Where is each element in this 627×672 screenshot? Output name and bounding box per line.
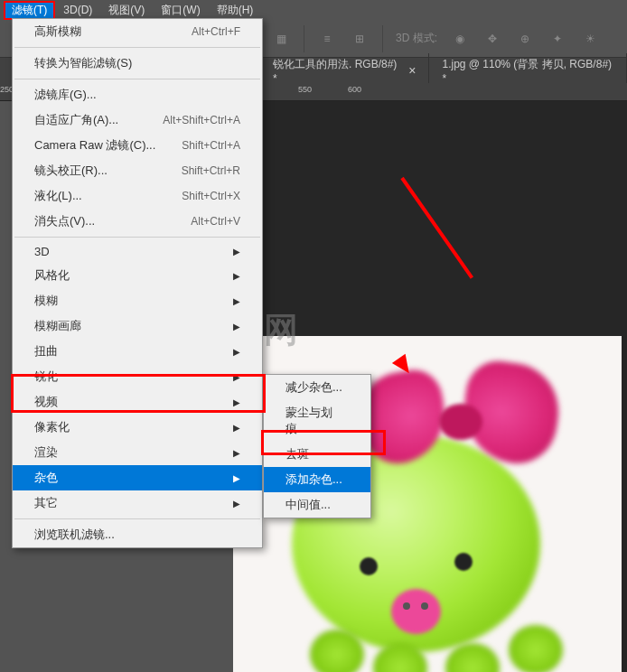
menu-vanishing-point[interactable]: 消失点(V)...Alt+Ctrl+V xyxy=(13,209,262,234)
menu-filter[interactable]: 滤镜(T) xyxy=(4,1,55,20)
ruler-tick: 550 xyxy=(298,85,312,94)
menu-liquify[interactable]: 液化(L)...Shift+Ctrl+X xyxy=(13,183,262,209)
pan-icon[interactable]: ✥ xyxy=(482,29,502,49)
menu-view[interactable]: 视图(V) xyxy=(100,1,153,20)
tab-label: 锐化工具的用法. RGB/8#) * xyxy=(273,57,399,85)
menu-other-submenu[interactable]: 其它▶ xyxy=(13,490,262,516)
menu-adaptive-wide-angle[interactable]: 自适应广角(A)...Alt+Shift+Ctrl+A xyxy=(13,107,262,133)
menu-lens-correction[interactable]: 镜头校正(R)...Shift+Ctrl+R xyxy=(13,158,262,183)
menu-render-submenu[interactable]: 渲染▶ xyxy=(13,440,262,465)
menubar: 滤镜(T) 3D(D) 视图(V) 窗口(W) 帮助(H) xyxy=(0,0,627,20)
menu-noise-submenu[interactable]: 杂色▶ xyxy=(13,465,262,490)
menu-median[interactable]: 中间值... xyxy=(264,492,370,518)
menu-distort-submenu[interactable]: 扭曲▶ xyxy=(13,339,262,364)
menu-help[interactable]: 帮助(H) xyxy=(209,1,262,20)
menu-despeckle[interactable]: 去斑 xyxy=(264,442,370,467)
menu-gaussian-blur[interactable]: 高斯模糊Alt+Ctrl+F xyxy=(13,19,262,44)
star-icon[interactable]: ✦ xyxy=(547,29,567,49)
menu-sharpen-submenu[interactable]: 锐化▶ xyxy=(13,364,262,389)
orbit-icon[interactable]: ◉ xyxy=(450,29,470,49)
layers-icon[interactable]: ≡ xyxy=(317,29,337,49)
menu-camera-raw[interactable]: Camera Raw 滤镜(C)...Shift+Ctrl+A xyxy=(13,133,262,158)
menu-3d[interactable]: 3D(D) xyxy=(55,2,100,18)
menu-pixelate-submenu[interactable]: 像素化▶ xyxy=(13,415,262,440)
filter-dropdown: 高斯模糊Alt+Ctrl+F 转换为智能滤镜(S) 滤镜库(G)... 自适应广… xyxy=(12,18,263,548)
close-icon[interactable]: × xyxy=(408,63,416,78)
menu-stylize-submenu[interactable]: 风格化▶ xyxy=(13,263,262,288)
menu-blur-submenu[interactable]: 模糊▶ xyxy=(13,288,262,313)
align-icon[interactable]: ⊞ xyxy=(350,29,370,49)
target-icon[interactable]: ⊕ xyxy=(515,29,535,49)
menu-window[interactable]: 窗口(W) xyxy=(153,1,208,20)
tab-label: 1.jpg @ 110% (背景 拷贝, RGB/8#) * xyxy=(442,57,613,85)
menu-blur-gallery-submenu[interactable]: 模糊画廊▶ xyxy=(13,313,262,339)
menu-3d-submenu[interactable]: 3D▶ xyxy=(13,240,262,263)
ruler-tick: 600 xyxy=(348,85,361,94)
mode-label: 3D 模式: xyxy=(396,31,437,46)
grid-icon[interactable]: ▦ xyxy=(271,29,291,49)
menu-add-noise[interactable]: 添加杂色... xyxy=(264,467,370,492)
menu-reduce-noise[interactable]: 减少杂色... xyxy=(264,375,370,400)
menu-filter-gallery[interactable]: 滤镜库(G)... xyxy=(13,82,262,107)
menu-browse-online[interactable]: 浏览联机滤镜... xyxy=(13,522,262,547)
menu-dust-scratches[interactable]: 蒙尘与划痕... xyxy=(264,400,370,442)
light-icon[interactable]: ☀ xyxy=(580,29,600,49)
menu-smart-filter[interactable]: 转换为智能滤镜(S) xyxy=(13,51,262,76)
menu-video-submenu[interactable]: 视频▶ xyxy=(13,389,262,415)
noise-submenu: 减少杂色... 蒙尘与划痕... 去斑 添加杂色... 中间值... xyxy=(263,374,371,518)
